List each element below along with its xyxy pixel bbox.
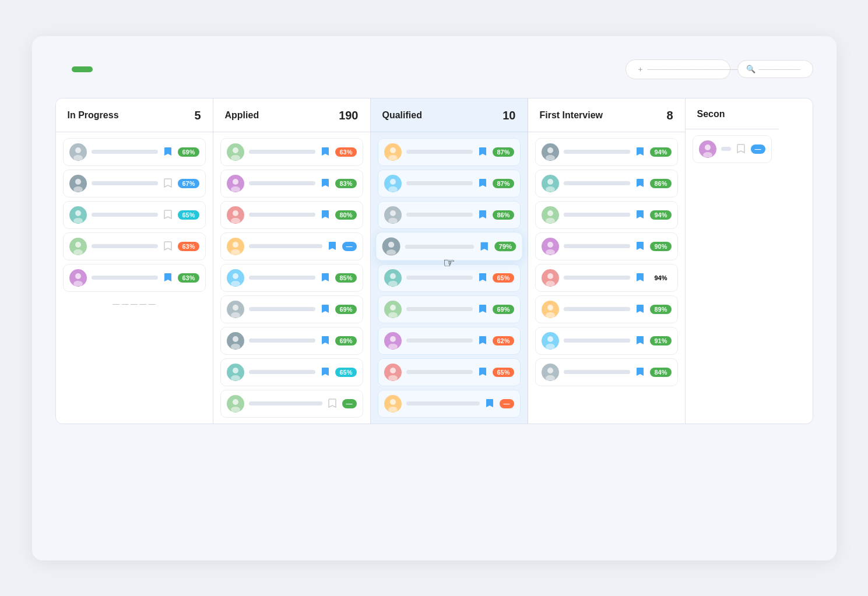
bookmark-icon[interactable] bbox=[635, 367, 645, 378]
candidate-card[interactable]: 84% bbox=[535, 358, 678, 386]
candidate-card[interactable]: 65% bbox=[63, 201, 206, 229]
col-header-first-interview: First Interview8 bbox=[528, 98, 685, 132]
bookmark-icon[interactable] bbox=[477, 367, 488, 378]
bookmark-icon[interactable] bbox=[635, 241, 645, 252]
avatar bbox=[227, 364, 244, 381]
candidate-card[interactable]: 69% bbox=[63, 138, 206, 166]
svg-point-36 bbox=[390, 273, 396, 279]
avatar bbox=[542, 143, 559, 161]
bookmark-icon[interactable] bbox=[320, 367, 331, 378]
candidate-card[interactable]: 87% bbox=[378, 170, 521, 198]
bookmark-icon[interactable] bbox=[484, 398, 495, 409]
candidate-card[interactable]: — bbox=[220, 232, 363, 260]
score-badge: 94% bbox=[650, 210, 671, 220]
bookmark-icon[interactable] bbox=[477, 210, 488, 220]
bookmark-icon[interactable] bbox=[320, 178, 331, 189]
svg-point-3 bbox=[73, 186, 83, 192]
bookmark-icon[interactable] bbox=[327, 398, 338, 409]
bookmark-icon[interactable] bbox=[479, 241, 490, 252]
avatar bbox=[69, 175, 87, 192]
col-title: Qualified bbox=[382, 110, 422, 121]
bookmark-icon[interactable] bbox=[477, 336, 488, 346]
candidate-card[interactable]: 86% bbox=[535, 170, 678, 198]
bookmark-icon[interactable] bbox=[635, 273, 645, 283]
candidate-card[interactable]: 94% bbox=[535, 201, 678, 229]
bookmark-icon[interactable] bbox=[736, 144, 746, 154]
col-count: 10 bbox=[502, 109, 515, 122]
bookmark-icon[interactable] bbox=[635, 210, 645, 220]
candidate-name-bar bbox=[564, 181, 631, 185]
candidate-name-bar bbox=[249, 401, 322, 405]
candidate-card[interactable]: 69% bbox=[378, 295, 521, 323]
svg-point-42 bbox=[390, 368, 396, 373]
candidate-card[interactable]: 80% bbox=[220, 201, 363, 229]
candidate-card[interactable]: 63% bbox=[220, 138, 363, 166]
candidate-card[interactable]: — bbox=[693, 135, 772, 163]
candidate-card[interactable]: 90% bbox=[535, 232, 678, 260]
candidate-card[interactable]: 94% bbox=[535, 138, 678, 166]
search-button[interactable]: 🔍 —————— bbox=[737, 60, 813, 78]
candidate-card[interactable]: 67% bbox=[63, 170, 206, 198]
load-more[interactable]: — — — — — bbox=[63, 295, 206, 311]
candidate-card[interactable]: 65% bbox=[220, 358, 363, 386]
bookmark-icon[interactable] bbox=[635, 336, 645, 346]
candidate-card[interactable]: 85% bbox=[220, 264, 363, 292]
bookmark-icon[interactable] bbox=[635, 304, 645, 315]
bookmark-icon[interactable] bbox=[163, 210, 173, 220]
candidate-card[interactable]: 69% bbox=[220, 327, 363, 355]
bookmark-icon[interactable] bbox=[163, 178, 173, 189]
candidate-card[interactable]: 89% bbox=[535, 295, 678, 323]
candidate-card[interactable]: 91% bbox=[535, 327, 678, 355]
col-title: In Progress bbox=[68, 110, 119, 121]
bookmark-icon[interactable] bbox=[635, 147, 645, 157]
bookmark-icon[interactable] bbox=[163, 147, 173, 157]
svg-point-38 bbox=[390, 305, 396, 311]
score-badge: 86% bbox=[650, 179, 671, 188]
score-badge: 69% bbox=[493, 305, 514, 314]
col-title: Secon bbox=[697, 109, 725, 119]
bookmark-icon[interactable] bbox=[320, 336, 331, 346]
candidate-card[interactable]: 69% bbox=[220, 295, 363, 323]
app-container: ＋ —————————————— 🔍 —————— In Progress5 6… bbox=[32, 36, 837, 560]
add-candidate-button[interactable]: ＋ —————————————— bbox=[625, 59, 730, 79]
candidate-card[interactable]: 79%☞ bbox=[375, 232, 522, 260]
svg-point-14 bbox=[233, 210, 238, 216]
candidate-card[interactable]: 86% bbox=[378, 201, 521, 229]
bookmark-icon[interactable] bbox=[320, 147, 331, 157]
bookmark-icon[interactable] bbox=[477, 178, 488, 189]
svg-point-20 bbox=[233, 305, 238, 311]
add-label: —————————————— bbox=[648, 65, 746, 73]
svg-point-58 bbox=[547, 336, 553, 342]
svg-point-8 bbox=[75, 273, 81, 279]
candidate-card[interactable]: 87% bbox=[378, 138, 521, 166]
avatar bbox=[384, 332, 402, 350]
candidate-card[interactable]: 83% bbox=[220, 170, 363, 198]
bookmark-icon[interactable] bbox=[635, 178, 645, 189]
svg-point-47 bbox=[546, 155, 555, 160]
bookmark-icon[interactable] bbox=[163, 241, 173, 252]
bookmark-icon[interactable] bbox=[477, 273, 488, 283]
bookmark-icon[interactable] bbox=[327, 241, 338, 252]
bookmark-icon[interactable] bbox=[163, 273, 173, 283]
candidate-card[interactable]: 94% bbox=[535, 264, 678, 292]
candidate-card[interactable]: 65% bbox=[378, 358, 521, 386]
bookmark-icon[interactable] bbox=[320, 210, 331, 220]
svg-point-55 bbox=[546, 281, 555, 286]
avatar bbox=[227, 395, 244, 412]
bookmark-icon[interactable] bbox=[477, 147, 488, 157]
candidate-card[interactable]: 63% bbox=[63, 232, 206, 260]
candidate-card[interactable]: — bbox=[378, 390, 521, 418]
score-badge: 65% bbox=[493, 368, 514, 377]
svg-point-63 bbox=[703, 152, 712, 157]
bookmark-icon[interactable] bbox=[320, 273, 331, 283]
candidate-card[interactable]: 62% bbox=[378, 327, 521, 355]
candidate-card[interactable]: 65% bbox=[378, 264, 521, 292]
candidate-card[interactable]: 63% bbox=[63, 264, 206, 292]
candidate-card[interactable]: — bbox=[220, 390, 363, 418]
bookmark-icon[interactable] bbox=[320, 304, 331, 315]
svg-point-59 bbox=[546, 344, 555, 349]
search-placeholder: —————— bbox=[759, 65, 801, 73]
bookmark-icon[interactable] bbox=[477, 304, 488, 315]
svg-point-17 bbox=[231, 249, 240, 255]
candidate-name-bar bbox=[249, 150, 316, 154]
